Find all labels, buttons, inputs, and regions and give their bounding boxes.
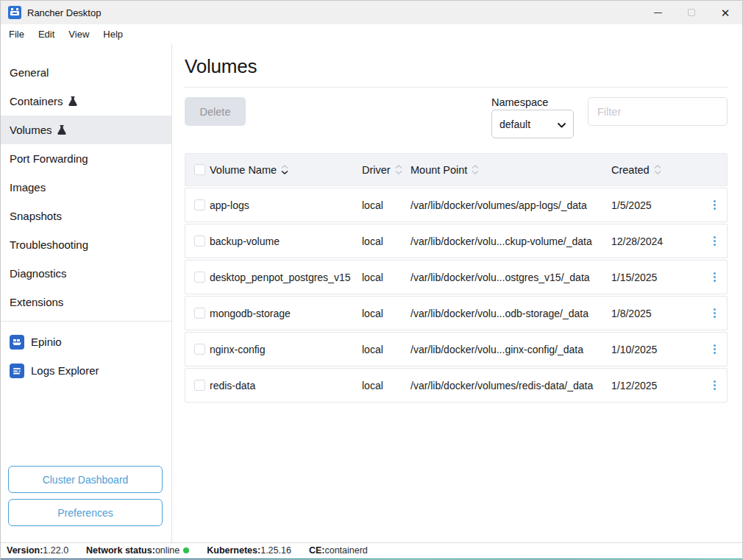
status-kubernetes: Kubernetes:1.25.16 xyxy=(207,545,291,556)
menu-bar: File Edit View Help xyxy=(1,24,742,43)
filter-input[interactable] xyxy=(588,97,728,126)
page-title: Volumes xyxy=(185,55,257,78)
volume-created: 1/15/2025 xyxy=(611,272,700,283)
volume-mount-point: /var/lib/docker/volu...ginx-config/_data xyxy=(410,344,611,355)
volumes-table: Volume Name Driver Mount Point xyxy=(185,153,728,404)
row-checkbox[interactable] xyxy=(194,380,205,391)
volume-created: 1/8/2025 xyxy=(611,308,700,319)
maximize-icon[interactable] xyxy=(675,1,708,24)
volume-created: 1/12/2025 xyxy=(611,380,700,391)
table-row: mongodb-storage local /var/lib/docker/vo… xyxy=(185,296,728,330)
row-checkbox[interactable] xyxy=(194,308,205,319)
close-icon[interactable]: ✕ xyxy=(708,1,742,24)
table-row: backup-volume local /var/lib/docker/volu… xyxy=(185,224,728,258)
volume-name: mongodb-storage xyxy=(210,308,362,319)
row-actions-kebab-icon[interactable] xyxy=(711,341,719,357)
menu-file[interactable]: File xyxy=(7,27,26,41)
row-checkbox[interactable] xyxy=(194,235,205,247)
volume-driver: local xyxy=(362,380,410,391)
volume-name: backup-volume xyxy=(210,235,362,247)
experimental-flask-icon xyxy=(57,125,66,135)
sidebar-item-port-forwarding[interactable]: Port Forwarding xyxy=(1,144,171,173)
menu-edit[interactable]: Edit xyxy=(36,27,57,41)
volume-mount-point: /var/lib/docker/volumes/app-logs/_data xyxy=(410,199,611,211)
sidebar-item-volumes[interactable]: Volumes xyxy=(1,116,171,144)
table-row: desktop_penpot_postgres_v15 local /var/l… xyxy=(185,260,728,294)
online-status-dot-icon xyxy=(183,547,189,553)
sidebar-item-epinio[interactable]: Epinio xyxy=(1,327,171,356)
status-container-engine: CE:containerd xyxy=(309,545,368,556)
rancher-desktop-window: Rancher Desktop ✕ File Edit View Help Ge… xyxy=(0,0,743,560)
row-actions-kebab-icon[interactable] xyxy=(711,305,719,321)
row-checkbox[interactable] xyxy=(194,344,205,355)
row-actions-kebab-icon[interactable] xyxy=(711,378,719,393)
titlebar: Rancher Desktop ✕ xyxy=(1,1,742,24)
rancher-logo-icon xyxy=(8,6,21,19)
volume-created: 1/10/2025 xyxy=(611,344,700,355)
experimental-flask-icon xyxy=(68,96,77,106)
sidebar: General Containers Volumes Port Forwardi… xyxy=(1,43,172,542)
volume-driver: local xyxy=(362,344,410,355)
sidebar-item-images[interactable]: Images xyxy=(1,173,171,202)
sidebar-item-snapshots[interactable]: Snapshots xyxy=(1,202,171,230)
cluster-dashboard-button[interactable]: Cluster Dashboard xyxy=(8,466,163,493)
column-header-driver[interactable]: Driver xyxy=(362,164,410,176)
volume-created: 12/28/2024 xyxy=(611,235,700,247)
volume-mount-point: /var/lib/docker/volu...ckup-volume/_data xyxy=(410,235,611,247)
volume-created: 1/5/2025 xyxy=(611,199,700,211)
sidebar-item-containers[interactable]: Containers xyxy=(1,87,171,116)
sort-icon xyxy=(281,165,288,174)
column-header-mount-point[interactable]: Mount Point xyxy=(410,164,611,176)
sidebar-item-logs-explorer[interactable]: Logs Explorer xyxy=(1,356,171,385)
epinio-icon xyxy=(10,335,24,350)
status-network: Network status:online xyxy=(86,545,189,556)
volume-name: redis-data xyxy=(210,380,362,391)
column-header-created[interactable]: Created xyxy=(611,164,700,176)
status-bar: Version:1.22.0 Network status:online Kub… xyxy=(1,542,742,558)
chevron-down-icon xyxy=(558,118,566,130)
volume-driver: local xyxy=(362,308,410,319)
table-row: redis-data local /var/lib/docker/volumes… xyxy=(185,368,728,403)
window-title: Rancher Desktop xyxy=(27,7,101,18)
volume-driver: local xyxy=(362,272,410,283)
namespace-label: Namespace xyxy=(491,96,548,108)
table-header-row: Volume Name Driver Mount Point xyxy=(185,153,728,186)
volume-name: desktop_penpot_postgres_v15 xyxy=(210,272,362,283)
sort-icon xyxy=(654,165,661,174)
table-row: nginx-config local /var/lib/docker/volu.… xyxy=(185,332,728,366)
title-divider xyxy=(185,87,728,88)
main-content: Volumes Delete Namespace default Volume … xyxy=(173,43,743,542)
row-checkbox[interactable] xyxy=(194,272,205,283)
row-actions-kebab-icon[interactable] xyxy=(711,197,719,213)
preferences-button[interactable]: Preferences xyxy=(8,499,163,526)
row-actions-kebab-icon[interactable] xyxy=(711,269,719,285)
sort-icon xyxy=(395,165,402,174)
menu-help[interactable]: Help xyxy=(101,27,125,41)
row-checkbox[interactable] xyxy=(194,199,205,210)
volume-driver: local xyxy=(362,199,410,211)
volume-name: app-logs xyxy=(210,199,362,211)
column-header-volume-name[interactable]: Volume Name xyxy=(210,164,362,176)
sidebar-item-diagnostics[interactable]: Diagnostics xyxy=(1,259,171,288)
volume-mount-point: /var/lib/docker/volumes/redis-data/_data xyxy=(410,380,611,391)
select-all-checkbox[interactable] xyxy=(194,164,205,175)
volume-mount-point: /var/lib/docker/volu...ostgres_v15/_data xyxy=(410,272,611,283)
sidebar-item-general[interactable]: General xyxy=(1,58,171,87)
status-version: Version:1.22.0 xyxy=(7,545,68,556)
row-actions-kebab-icon[interactable] xyxy=(711,233,719,249)
sort-icon xyxy=(472,165,479,174)
namespace-selected-value: default xyxy=(500,118,530,130)
logs-explorer-icon xyxy=(10,364,24,378)
namespace-select[interactable]: default xyxy=(491,110,574,138)
sidebar-item-troubleshooting[interactable]: Troubleshooting xyxy=(1,230,171,259)
sidebar-item-extensions[interactable]: Extensions xyxy=(1,288,171,316)
volume-name: nginx-config xyxy=(210,344,362,355)
table-row: app-logs local /var/lib/docker/volumes/a… xyxy=(185,188,728,222)
volume-mount-point: /var/lib/docker/volu...odb-storage/_data xyxy=(410,308,611,319)
volume-driver: local xyxy=(362,235,410,247)
minimize-icon[interactable] xyxy=(641,1,675,24)
menu-view[interactable]: View xyxy=(66,27,91,41)
delete-button[interactable]: Delete xyxy=(185,97,246,126)
